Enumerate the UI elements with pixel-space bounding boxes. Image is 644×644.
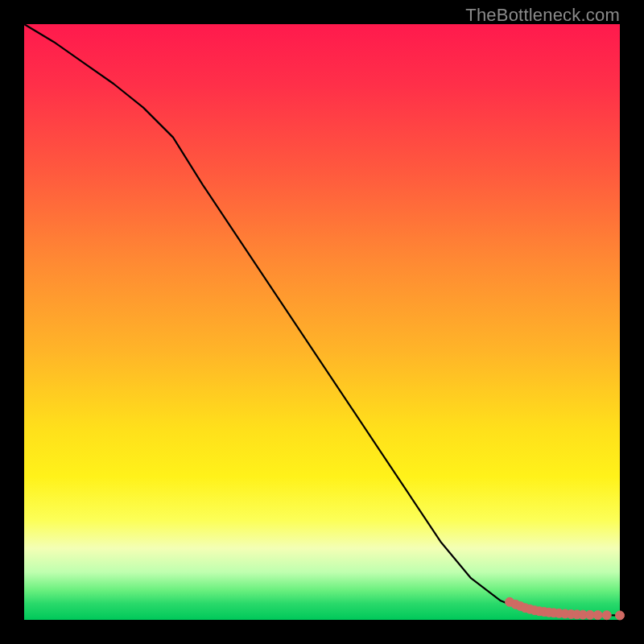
chart-canvas: TheBottleneck.com (0, 0, 644, 644)
watermark-label: TheBottleneck.com (465, 5, 620, 26)
marker-dot (602, 611, 611, 620)
marker-dot (616, 611, 625, 620)
bottleneck-curve (24, 24, 620, 615)
marker-group (506, 597, 625, 620)
chart-overlay (24, 24, 620, 620)
marker-dot (593, 611, 602, 620)
